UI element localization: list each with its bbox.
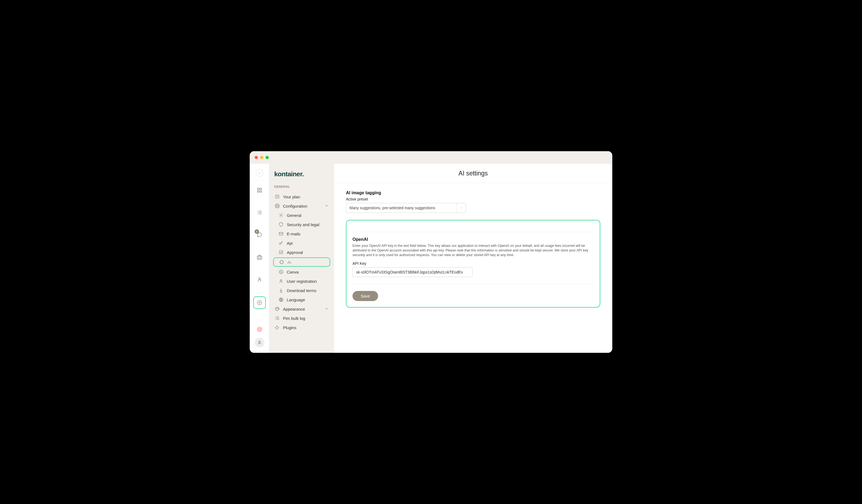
rail-account[interactable] <box>254 337 264 347</box>
sidebar-item-label: Configuration <box>283 204 307 209</box>
svg-point-49 <box>276 319 276 320</box>
svg-point-14 <box>259 329 260 330</box>
svg-rect-0 <box>257 188 259 190</box>
shield-icon <box>278 222 284 227</box>
app-body: 4 kontainer <box>250 164 612 353</box>
rail-list[interactable] <box>254 207 265 218</box>
canva-icon <box>278 269 284 274</box>
window-close-dot[interactable] <box>254 156 258 159</box>
svg-point-24 <box>280 215 282 216</box>
divider <box>352 283 594 284</box>
grid-icon <box>257 187 262 193</box>
download-icon <box>278 288 284 293</box>
svg-rect-20 <box>276 195 279 198</box>
puzzle-icon <box>275 325 280 330</box>
chevron-up-icon <box>325 204 328 209</box>
sidebar-item-label: Api <box>287 241 293 246</box>
rail-help[interactable] <box>254 324 265 335</box>
chevron-down-icon <box>456 203 466 212</box>
svg-rect-2 <box>257 191 259 193</box>
svg-point-38 <box>280 279 282 281</box>
svg-point-26 <box>279 243 281 244</box>
rail-divider <box>255 320 264 320</box>
svg-point-37 <box>279 270 283 274</box>
svg-rect-25 <box>279 233 283 235</box>
section-openai-heading: OpenAI <box>352 237 594 242</box>
sidebar-item-language[interactable]: Language <box>273 295 330 304</box>
main-panel: AI settings AI image tagging Active pres… <box>334 164 612 353</box>
svg-point-8 <box>257 212 258 213</box>
sidebar-item-emails[interactable]: E-mails <box>273 229 330 238</box>
sidebar-item-label: User registration <box>287 279 317 283</box>
content-area: AI image tagging Active preset Many sugg… <box>334 183 612 315</box>
rail-settings-active[interactable] <box>253 296 266 309</box>
notification-badge: 4 <box>254 229 259 234</box>
sidebar-item-download-terms[interactable]: Download terms <box>273 286 330 295</box>
svg-rect-3 <box>260 191 261 193</box>
preset-label: Active preset <box>346 197 600 201</box>
sidebar-item-ai[interactable]: AI <box>273 257 330 267</box>
api-key-input[interactable] <box>352 267 472 277</box>
sidebar-item-general[interactable]: General <box>273 211 330 220</box>
check-badge-icon <box>278 250 284 255</box>
app-window: 4 kontainer <box>250 151 612 353</box>
chevron-down-icon <box>325 307 328 311</box>
sidebar-item-plugins[interactable]: Plugins <box>273 323 330 332</box>
key-icon <box>278 241 284 246</box>
svg-rect-27 <box>279 251 283 254</box>
sidebar-item-your-plan[interactable]: Your plan <box>273 192 330 201</box>
svg-line-18 <box>258 330 259 331</box>
sidebar-item-label: Security and legal <box>287 222 319 227</box>
svg-point-12 <box>259 302 260 304</box>
back-button[interactable] <box>256 169 263 177</box>
save-button[interactable]: Save <box>352 291 378 301</box>
svg-line-16 <box>260 330 261 331</box>
sidebar-item-pim-bulk-log[interactable]: Pim bulk log <box>273 314 330 323</box>
svg-point-19 <box>259 341 260 343</box>
brand-logo: kontainer. <box>273 170 330 185</box>
openai-panel-highlight: OpenAI Enter your OpenAI API key in the … <box>346 220 600 308</box>
svg-point-11 <box>259 278 260 279</box>
window-titlebar <box>250 151 612 164</box>
api-key-label: API Key <box>352 261 594 266</box>
gear-icon <box>257 300 262 305</box>
svg-point-42 <box>277 308 277 308</box>
rail-briefcase[interactable] <box>254 252 265 263</box>
sidebar-item-label: Your plan <box>283 195 300 199</box>
svg-line-15 <box>258 328 259 329</box>
rail-dashboard[interactable] <box>254 185 265 196</box>
globe-icon <box>278 297 284 302</box>
svg-point-23 <box>277 205 278 207</box>
svg-point-7 <box>257 211 258 211</box>
sidebar-item-label: Pim bulk log <box>283 316 305 321</box>
sidebar-item-appearance[interactable]: Appearance <box>273 304 330 314</box>
svg-rect-1 <box>260 188 261 190</box>
sidebar-item-label: General <box>287 213 301 218</box>
sidebar-item-configuration[interactable]: Configuration <box>273 201 330 211</box>
window-zoom-dot[interactable] <box>265 156 269 159</box>
rail-users[interactable] <box>254 274 265 285</box>
window-minimize-dot[interactable] <box>260 156 263 159</box>
preset-select-value: Many suggestions, pre-selected many sugg… <box>346 203 456 212</box>
sidebar-item-approval[interactable]: Approval <box>273 248 330 257</box>
svg-rect-28 <box>280 261 283 264</box>
rail-notifications[interactable]: 4 <box>254 229 265 240</box>
sidebar-item-label: Canva <box>287 270 299 274</box>
svg-rect-10 <box>257 256 262 260</box>
sidebar-item-label: AI <box>287 260 291 265</box>
sidebar-item-label: Approval <box>287 250 303 255</box>
sidebar-item-security[interactable]: Security and legal <box>273 220 330 229</box>
list-icon <box>257 210 262 215</box>
list-icon <box>275 316 280 321</box>
icon-rail: 4 <box>250 164 269 353</box>
lifebuoy-icon <box>257 327 262 332</box>
gear-icon <box>278 213 284 218</box>
openai-description: Enter your OpenAI API key in the text fi… <box>352 243 594 257</box>
chevron-left-icon <box>258 171 261 175</box>
user-icon <box>257 277 262 282</box>
sidebar-item-canva[interactable]: Canva <box>273 267 330 277</box>
sidebar-item-api[interactable]: Api <box>273 238 330 248</box>
preset-select[interactable]: Many suggestions, pre-selected many sugg… <box>346 203 466 213</box>
sidebar-item-user-registration[interactable]: User registration <box>273 277 330 286</box>
plan-icon <box>275 194 280 199</box>
